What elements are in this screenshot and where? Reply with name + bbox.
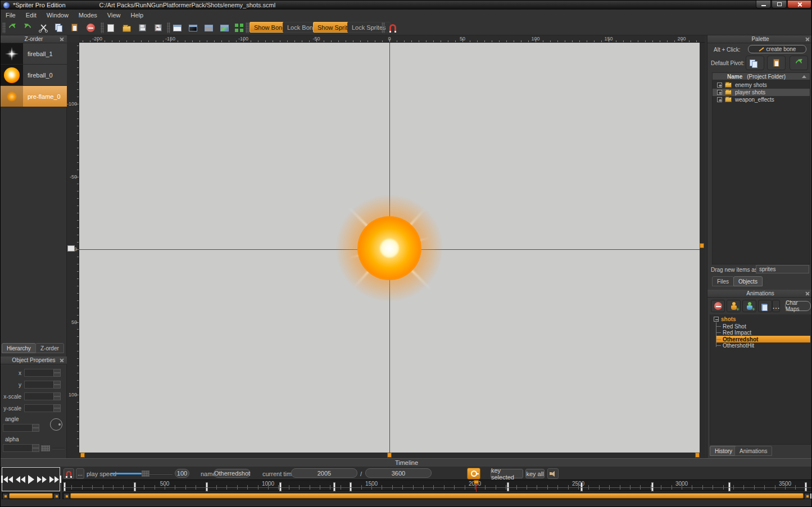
expand-icon[interactable] bbox=[717, 90, 722, 95]
animation-othershothit[interactable]: OthershotHit bbox=[716, 342, 754, 349]
fit-view-button[interactable] bbox=[233, 22, 244, 33]
delete-animation-button[interactable] bbox=[711, 300, 725, 312]
menu-window[interactable]: Window bbox=[42, 11, 74, 20]
animation-red-shot[interactable]: Red Shot bbox=[716, 323, 746, 330]
toolbar-grip[interactable] bbox=[246, 22, 249, 33]
animation-name-field[interactable]: Otherredshot bbox=[214, 469, 251, 478]
alpha-slider-track[interactable] bbox=[52, 448, 65, 449]
new-animation-button[interactable]: + bbox=[727, 300, 741, 312]
keyframe-marker[interactable] bbox=[805, 482, 807, 491]
view-mode-4-button[interactable] bbox=[219, 22, 230, 33]
menu-help[interactable]: Help bbox=[126, 11, 149, 20]
sound-button[interactable] bbox=[547, 468, 559, 479]
keyframe-marker[interactable] bbox=[651, 482, 654, 491]
canvas-scroll-marker[interactable] bbox=[80, 453, 85, 458]
scrollbar-thumb[interactable] bbox=[9, 493, 53, 499]
char-maps-button[interactable]: Char Maps bbox=[785, 301, 811, 311]
paste-pivot-button[interactable] bbox=[767, 56, 786, 70]
playhead-handle[interactable] bbox=[474, 480, 479, 484]
folder-row-weapon-effects[interactable]: weapon_effects bbox=[713, 96, 810, 103]
key-button[interactable] bbox=[467, 468, 480, 479]
timeline-panel-title[interactable]: Timeline bbox=[1, 458, 812, 467]
copy-animation-button[interactable] bbox=[758, 300, 772, 312]
tab-objects[interactable]: Objects bbox=[733, 276, 763, 286]
play-speed-slider[interactable] bbox=[111, 468, 173, 479]
zorder-item-pre-flame-0[interactable]: pre-flame_0 bbox=[1, 86, 67, 107]
transport-scrollbar[interactable] bbox=[2, 492, 60, 499]
paste-button[interactable] bbox=[69, 22, 80, 33]
scrollbar-right-button[interactable] bbox=[53, 493, 60, 499]
toolbar-grip[interactable] bbox=[101, 22, 104, 33]
toolbar-grip[interactable] bbox=[382, 22, 385, 33]
menu-view[interactable]: View bbox=[102, 11, 126, 20]
snap-magnet-button[interactable] bbox=[387, 22, 398, 33]
copy-pivot-button[interactable] bbox=[746, 56, 764, 70]
animation-group-shots[interactable]: shots bbox=[714, 316, 736, 322]
xscale-field[interactable] bbox=[24, 392, 61, 400]
scrollbar-thumb[interactable] bbox=[70, 493, 804, 499]
canvas-scroll-marker[interactable] bbox=[387, 453, 392, 458]
total-time-field[interactable]: 3600 bbox=[365, 468, 432, 478]
next-frame-button[interactable] bbox=[37, 476, 47, 483]
folder-row-enemy-shots[interactable]: enemy shots bbox=[713, 81, 810, 89]
zorder-close-icon[interactable] bbox=[60, 37, 64, 42]
play-button[interactable] bbox=[28, 475, 34, 484]
go-to-start-button[interactable] bbox=[1, 476, 13, 483]
tab-animations[interactable]: Animations bbox=[734, 446, 772, 456]
create-bone-button[interactable]: create bone bbox=[748, 45, 806, 53]
keyframe-marker[interactable] bbox=[507, 482, 509, 491]
scrollbar-left-button[interactable] bbox=[2, 493, 8, 499]
new-file-button[interactable] bbox=[105, 22, 116, 33]
keyframe-marker[interactable] bbox=[134, 482, 136, 491]
y-field[interactable] bbox=[24, 381, 61, 389]
view-mode-1-button[interactable] bbox=[171, 22, 183, 33]
expand-icon[interactable] bbox=[717, 83, 722, 88]
keyframe-marker[interactable] bbox=[333, 482, 335, 491]
keyframe-marker[interactable] bbox=[206, 482, 208, 491]
x-field[interactable] bbox=[24, 369, 61, 377]
title-bar[interactable]: *Spriter Pro Edition C:/Art Packs/RunNGu… bbox=[1, 1, 812, 10]
tab-files[interactable]: Files bbox=[712, 276, 734, 286]
animation-otherredshot-selected[interactable]: Otherredshot bbox=[716, 336, 810, 342]
duplicate-animation-button[interactable]: + bbox=[742, 300, 756, 312]
alpha-slider-handle[interactable] bbox=[41, 445, 50, 451]
animations-close-icon[interactable] bbox=[805, 291, 810, 296]
menu-file[interactable]: File bbox=[1, 11, 21, 20]
keyframe-marker[interactable] bbox=[728, 482, 731, 491]
zorder-item-fireball-0[interactable]: fireball_0 bbox=[1, 65, 67, 86]
file-tree-header[interactable]: Name (Project Folder) bbox=[712, 72, 810, 80]
view-mode-2-button[interactable] bbox=[187, 22, 198, 33]
delete-button[interactable] bbox=[85, 22, 96, 33]
open-file-button[interactable] bbox=[121, 22, 132, 33]
menu-modes[interactable]: Modes bbox=[74, 11, 102, 20]
timeline-ruler[interactable]: 500100015002000250030003500 bbox=[62, 479, 812, 491]
keyframe-marker[interactable] bbox=[350, 482, 352, 491]
ruler-zero-handle[interactable] bbox=[67, 245, 75, 252]
toolbar-grip[interactable] bbox=[167, 22, 170, 33]
current-time-field[interactable]: 2005 bbox=[291, 468, 357, 478]
keyframe-marker[interactable] bbox=[63, 482, 66, 491]
zorder-item-fireball-1[interactable]: fireball_1 bbox=[1, 43, 67, 65]
animation-red-impact[interactable]: Red Impact bbox=[716, 330, 751, 336]
key-all-button[interactable]: key all bbox=[525, 469, 545, 478]
timeline-more-button[interactable]: ... bbox=[76, 468, 84, 479]
angle-field[interactable] bbox=[3, 424, 39, 432]
canvas-scroll-marker[interactable] bbox=[695, 453, 700, 458]
timeline-snap-button[interactable] bbox=[63, 468, 74, 479]
tab-zorder[interactable]: Z-order bbox=[35, 343, 64, 353]
redo-button[interactable] bbox=[22, 22, 33, 33]
folder-row-player-shots[interactable]: player shots bbox=[713, 89, 810, 96]
refresh-button[interactable] bbox=[790, 56, 808, 70]
animations-more-button[interactable]: ... bbox=[772, 300, 780, 312]
scrollbar-left-button[interactable] bbox=[63, 493, 70, 499]
timeline-scrollbar[interactable] bbox=[62, 492, 812, 499]
undo-button[interactable] bbox=[6, 22, 17, 33]
drag-items-as-dropdown[interactable]: sprites bbox=[756, 265, 809, 273]
expand-icon[interactable] bbox=[717, 97, 722, 102]
maximize-button[interactable] bbox=[772, 1, 787, 8]
collapse-icon[interactable] bbox=[714, 317, 719, 322]
tab-hierarchy[interactable]: Hierarchy bbox=[2, 343, 36, 353]
minimize-button[interactable] bbox=[756, 1, 771, 8]
previous-frame-button[interactable] bbox=[16, 476, 25, 483]
save-as-button[interactable] bbox=[152, 22, 164, 33]
